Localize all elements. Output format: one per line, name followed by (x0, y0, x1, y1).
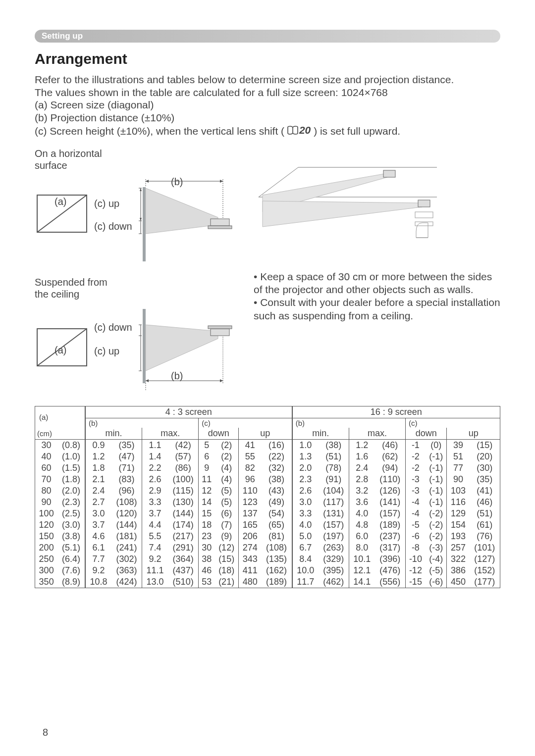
table-col-min-2: min. (292, 428, 349, 440)
intro-line2: The values shown in the table are calcul… (35, 86, 500, 99)
table-hdr-43: 4 : 3 screen (85, 406, 292, 418)
table-sub-c-43: (c) (199, 418, 292, 428)
svg-rect-2 (143, 187, 146, 261)
svg-rect-41 (415, 212, 433, 218)
table-sub-b-169: (b) (292, 418, 406, 428)
intro-c-pre: (c) Screen height (±10%), when the verti… (35, 125, 284, 137)
svg-rect-40 (418, 200, 430, 207)
svg-marker-26 (146, 325, 218, 371)
svg-marker-7 (220, 180, 223, 183)
svg-rect-39 (383, 170, 395, 177)
svg-rect-10 (208, 226, 232, 229)
label-c-up: (c) up (94, 198, 119, 209)
svg-rect-28 (208, 326, 232, 329)
table-sub-b-43: (b) (85, 418, 199, 428)
table-row: 200(5.1)6.1(241)7.4(291)30(12)274(108)6.… (35, 542, 500, 554)
table-col-down-2: down (405, 428, 447, 440)
table-col-min-1: min. (85, 428, 142, 440)
intro-a: (a) Screen size (diagonal) (35, 99, 500, 111)
table-row: 120(3.0)3.7(144)4.4(174)18(7)165(65)4.0(… (35, 519, 500, 531)
svg-marker-16 (140, 218, 142, 221)
page-number: 8 (43, 727, 48, 738)
table-row: 60(1.5)1.8(71)2.2(86)9(4)82(32)2.0(78)2.… (35, 462, 500, 474)
label-a-2: (a) (54, 345, 66, 355)
svg-marker-23 (220, 379, 223, 382)
label-c-down-2: (c) down (94, 322, 132, 333)
svg-rect-20 (143, 309, 146, 383)
table-row: 80(2.0)2.4(96)2.9(115)12(5)110(43)2.6(10… (35, 485, 500, 497)
table-row: 300(7.6)9.2(363)11.1(437)46(18)411(162)1… (35, 565, 500, 576)
table-row: 350(8.9)10.8(424)13.0(510)53(21)480(189)… (35, 576, 500, 588)
diagram-horizontal: (a) (c) up (c) down (b) (35, 175, 233, 264)
intro-c: (c) Screen height (±10%), when the verti… (35, 124, 500, 137)
intro-c-post: ) is set full upward. (314, 125, 400, 137)
notes: • Keep a space of 30 cm or more between … (254, 270, 500, 322)
table-row: 30(0.8)0.9(35)1.1(42)5(2)41(16)1.0(38)1.… (35, 439, 500, 451)
svg-rect-9 (211, 219, 229, 226)
diagram-suspended: (a) (c) down (c) up (b) (35, 304, 233, 393)
table-hdr-a-2: (cm) (35, 428, 85, 440)
table-row: 150(3.8)4.6(181)5.5(217)23(9)206(81)5.0(… (35, 531, 500, 542)
label-a: (a) (54, 196, 66, 207)
intro-b: (b) Projection distance (±10%) (35, 111, 500, 124)
diagram-room (254, 148, 442, 256)
intro-text: Refer to the illustrations and tables be… (35, 73, 500, 138)
table-hdr-169: 16 : 9 screen (292, 406, 500, 418)
table-col-max-2: max. (349, 428, 405, 440)
projection-table: (a) 4 : 3 screen 16 : 9 screen (b) (c) (… (35, 406, 500, 588)
table-col-up-2: up (447, 428, 500, 440)
label-c-down: (c) down (94, 221, 132, 232)
note-2: • Consult with your dealer before a spec… (254, 296, 500, 322)
caption-suspended: Suspended from the ceiling (35, 276, 243, 300)
table-col-max-1: max. (142, 428, 199, 440)
manual-reference-number: 20 (299, 124, 311, 137)
table-col-up-1: up (239, 428, 292, 440)
svg-marker-15 (140, 188, 142, 191)
svg-marker-22 (146, 379, 149, 382)
table-row: 90(2.3)2.7(108)3.3(130)14(5)123(49)3.0(1… (35, 497, 500, 508)
section-header: Setting up (35, 30, 500, 43)
note-1: • Keep a space of 30 cm or more between … (254, 270, 500, 297)
intro-line1: Refer to the illustrations and tables be… (35, 73, 500, 86)
caption-horizontal: On a horizontal surface (35, 148, 243, 171)
table-row: 70(1.8)2.1(83)2.6(100)11(4)96(38)2.3(91)… (35, 474, 500, 485)
label-b: (b) (171, 176, 183, 187)
table-row: 100(2.5)3.0(120)3.7(144)15(6)137(54)3.3(… (35, 508, 500, 519)
page-title: Arrangement (35, 50, 500, 67)
table-row: 40(1.0)1.2(47)1.4(57)6(2)55(22)1.3(51)1.… (35, 451, 500, 462)
table-row: 250(6.4)7.7(302)9.2(364)38(15)343(135)8.… (35, 554, 500, 565)
table-col-down-1: down (199, 428, 239, 440)
svg-marker-6 (146, 180, 149, 183)
label-b-2: (b) (171, 370, 183, 381)
svg-rect-27 (211, 329, 229, 336)
svg-marker-8 (146, 188, 218, 234)
table-hdr-a-1: (a) (36, 413, 84, 421)
manual-reference-icon: 20 (287, 124, 311, 137)
label-c-up-2: (c) up (94, 346, 119, 356)
svg-marker-38 (263, 201, 422, 227)
table-sub-c-169: (c) (405, 418, 500, 428)
